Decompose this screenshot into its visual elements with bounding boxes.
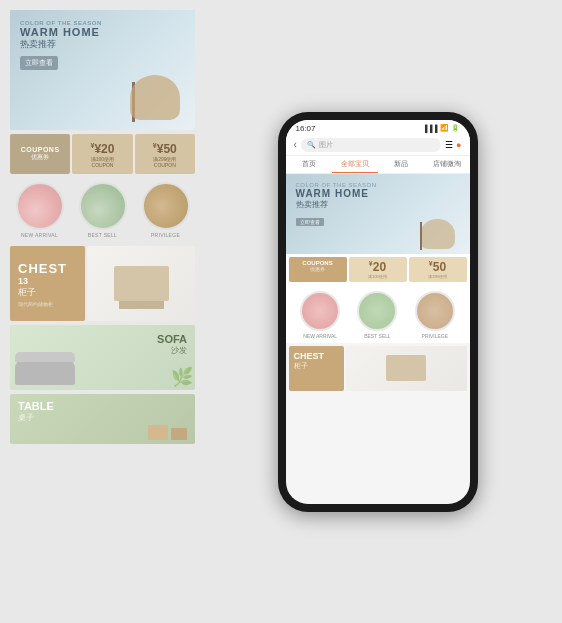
phone-hero-text: COLOR OF THE SEASON WARM HOME 热卖推荐 立即查看 (296, 182, 377, 228)
table-title-cn: 桌子 (18, 412, 54, 423)
tab-store[interactable]: 店铺微淘 (424, 156, 470, 173)
phone-hero-title-en: WARM HOME (296, 188, 377, 199)
right-panel: 16:07 ▐▐▐ 📶 🔋 ‹ 🔍 图片 ☰ ● (203, 10, 552, 613)
chest-desc: 现代简约储物柜 (18, 301, 53, 307)
phone-search-bar[interactable]: 🔍 图片 (301, 138, 441, 152)
phone-circle-2[interactable]: PRIVILEGE (415, 291, 455, 339)
chest-number: 13 (18, 276, 28, 286)
phone-chest-section: CHEST 柜子 (286, 343, 470, 394)
sofa-title-en: SOFA (157, 333, 187, 345)
phone-screen: 16:07 ▐▐▐ 📶 🔋 ‹ 🔍 图片 ☰ ● (286, 120, 470, 504)
menu-icon[interactable]: ☰ (445, 140, 453, 150)
battery-icon: 🔋 (451, 124, 460, 132)
sofa-text-block: SOFA 沙发 (157, 333, 187, 356)
hero-banner: COLOR OF THE SEASON WARM HOME 热卖推荐 立即查看 (10, 10, 195, 130)
phone-tab-bar: 首页 全部宝贝 新品 店铺微淘 (286, 156, 470, 174)
phone-nav-bar: ‹ 🔍 图片 ☰ ● (286, 135, 470, 156)
sofa-row: SOFA 沙发 🌿 (10, 325, 195, 390)
circle-item-1[interactable]: BEST SELL (73, 182, 132, 238)
phone-circle-pink (300, 291, 340, 331)
tab-new[interactable]: 新品 (378, 156, 424, 173)
coupon-20-block[interactable]: ¥¥20 满100使用 COUPON (72, 134, 132, 174)
coupon-50-block[interactable]: ¥¥50 满299使用 COUPON (135, 134, 195, 174)
sofa-title-cn: 沙发 (157, 345, 187, 356)
chair-decoration (130, 75, 180, 120)
back-arrow-icon[interactable]: ‹ (294, 139, 297, 150)
sofa-section[interactable]: SOFA 沙发 🌿 (10, 325, 195, 390)
phone-coupon-50[interactable]: ¥50 满399使用 (409, 257, 467, 282)
status-icons: ▐▐▐ 📶 🔋 (423, 124, 460, 132)
phone-circle-green (357, 291, 397, 331)
table-section[interactable]: TABLE 桌子 (10, 394, 195, 444)
phone-hero-subtitle: COLOR OF THE SEASON (296, 182, 377, 188)
phone-coupon-main[interactable]: COUPONS 优惠券 (289, 257, 347, 282)
phone-status-bar: 16:07 ▐▐▐ 📶 🔋 (286, 120, 470, 135)
phone-coupon-main-sublabel: 优惠券 (310, 266, 325, 272)
circle-item-2[interactable]: PRIVILEGE (136, 182, 195, 238)
small-table-2 (171, 428, 187, 440)
phone-coupon-50-price: ¥50 (429, 260, 446, 274)
wifi-icon: 📶 (440, 124, 449, 132)
circle-label-1: BEST SELL (88, 232, 117, 238)
tab-home[interactable]: 首页 (286, 156, 332, 173)
coupon-main-sublabel: 优惠券 (31, 153, 49, 162)
phone-coupon-20-price: ¥20 (369, 260, 386, 274)
phone-chest-title-en: CHEST (294, 351, 339, 361)
coupon-20-price: ¥¥20 (91, 141, 115, 156)
phone-chest-shape (386, 355, 426, 381)
sofa-shape (15, 360, 75, 385)
circle-item-0[interactable]: NEW ARRIVAL (10, 182, 69, 238)
product-circles-row: NEW ARRIVAL BEST SELL PRIVILEGE (10, 178, 195, 242)
left-panel: COLOR OF THE SEASON WARM HOME 热卖推荐 立即查看 … (10, 10, 195, 613)
phone-coupon-20-desc: 满100使用 (368, 274, 387, 279)
chest-section: CHEST 13 柜子 现代简约储物柜 (10, 246, 195, 321)
chest-image-block (87, 246, 195, 321)
phone-circle-brown (415, 291, 455, 331)
plant-icon: 🌿 (171, 366, 193, 388)
phone-circle-0[interactable]: NEW ARRIVAL (300, 291, 340, 339)
phone-hero-cta[interactable]: 立即查看 (296, 218, 324, 226)
phone-chest-right (346, 346, 467, 391)
phone-circle-label-2: PRIVILEGE (422, 333, 448, 339)
phone-chest-image (346, 346, 467, 391)
phone-coupon-50-desc: 满399使用 (428, 274, 447, 279)
table-furniture (148, 425, 187, 440)
phone-hero-title-cn: 热卖推荐 (296, 199, 377, 210)
nav-right-icons: ☰ ● (445, 140, 461, 150)
coupon-main-label: COUPONS (21, 146, 60, 153)
hero-title-cn: 热卖推荐 (20, 38, 102, 51)
phone-hero-banner: COLOR OF THE SEASON WARM HOME 热卖推荐 立即查看 (286, 174, 470, 254)
phone-chair-decor (420, 219, 455, 249)
coupons-row: COUPONS 优惠券 ¥¥20 满100使用 COUPON ¥¥50 满299… (10, 134, 195, 174)
coupon-20-label: COUPON (92, 162, 114, 168)
table-title-en: TABLE (18, 400, 54, 412)
cart-icon[interactable]: ● (456, 140, 461, 150)
circle-image-table (142, 182, 190, 230)
circle-image-pink-chair (16, 182, 64, 230)
hero-cta-button[interactable]: 立即查看 (20, 56, 58, 70)
hero-title-en: WARM HOME (20, 26, 102, 38)
phone-coupon-20[interactable]: ¥20 满100使用 (349, 257, 407, 282)
chest-info-block[interactable]: CHEST 13 柜子 现代简约储物柜 (10, 246, 85, 321)
phone-circle-label-0: NEW ARRIVAL (303, 333, 337, 339)
phone-circles-row: NEW ARRIVAL BEST SELL PRIVILEGE (286, 285, 470, 343)
circle-label-0: NEW ARRIVAL (21, 232, 58, 238)
phone-circle-1[interactable]: BEST SELL (357, 291, 397, 339)
table-text-block: TABLE 桌子 (18, 400, 54, 423)
phone-content-area: COLOR OF THE SEASON WARM HOME 热卖推荐 立即查看 … (286, 174, 470, 504)
phone-mockup: 16:07 ▐▐▐ 📶 🔋 ‹ 🔍 图片 ☰ ● (278, 112, 478, 512)
phone-lamp-decor (420, 222, 422, 250)
search-placeholder-text: 图片 (319, 140, 333, 150)
coupon-main-block[interactable]: COUPONS 优惠券 (10, 134, 70, 174)
phone-chest-left[interactable]: CHEST 柜子 (289, 346, 344, 391)
signal-icon: ▐▐▐ (423, 125, 438, 132)
coupon-50-label: COUPON (154, 162, 176, 168)
coupon-50-price: ¥¥50 (153, 141, 177, 156)
chest-title-en: CHEST (18, 261, 67, 276)
small-table-1 (148, 425, 168, 440)
chest-title-cn: 柜子 (18, 286, 36, 299)
phone-coupons-row: COUPONS 优惠券 ¥20 满100使用 ¥50 满399使用 (286, 254, 470, 285)
circle-image-green-chair (79, 182, 127, 230)
tab-all[interactable]: 全部宝贝 (332, 156, 378, 173)
phone-time: 16:07 (296, 124, 316, 133)
